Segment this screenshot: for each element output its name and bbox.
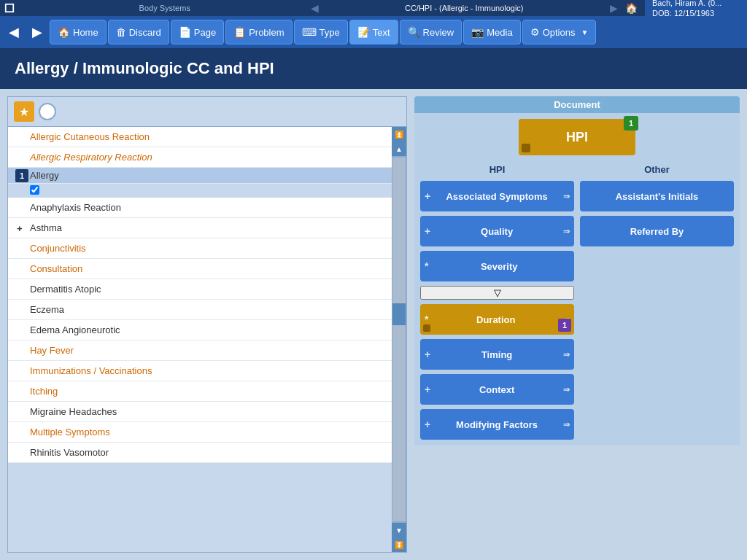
top-tab-body-systems-label: Body Systems (139, 4, 190, 12)
page-title-bar: Allergy / Immunologic CC and HPI (0, 48, 747, 89)
list-item[interactable]: Immunizations / Vaccinations (8, 361, 392, 381)
list-item[interactable]: Hay Fever (8, 341, 392, 361)
context-expand-icon: ⇒ (563, 385, 570, 394)
review-label: Review (423, 27, 454, 38)
list-container: Allergic Cutaneous Reaction Allergic Res… (8, 127, 406, 552)
list-item-wrapper: Immunizations / Vaccinations (8, 361, 392, 381)
hpi-card[interactable]: HPI 1 (519, 119, 635, 155)
list-item[interactable]: Consultation (8, 259, 392, 279)
list-item[interactable]: + Asthma (8, 218, 392, 238)
list-item[interactable]: Edema Angioneurotic (8, 320, 392, 341)
allergy-checkbox[interactable] (30, 185, 39, 195)
assoc-expand-icon: ⇒ (563, 192, 570, 201)
modifying-factors-btn[interactable]: + Modifying Factors ⇒ (420, 409, 574, 440)
discard-button[interactable]: 🗑 Discard (108, 20, 169, 44)
options-dropdown-arrow: ▼ (581, 28, 588, 36)
list-item[interactable]: Anaphylaxis Reaction (8, 198, 392, 218)
window-icon (0, 0, 19, 16)
problem-button[interactable]: 📋 Problem (225, 20, 292, 44)
list-item[interactable]: Rhinitis Vasomotor (8, 443, 392, 463)
user-info-block: Bach, Hiram A. (0... DOB: 12/15/1963 (645, 0, 747, 16)
duration-btn[interactable]: * Duration ⇒ 1 (420, 304, 574, 335)
scroll-bottom-button[interactable]: ▼ (392, 523, 406, 537)
media-button[interactable]: 📷 Media (463, 20, 520, 44)
page-title: Allergy / Immunologic CC and HPI (15, 59, 274, 78)
list-item[interactable]: Itching (8, 381, 392, 402)
list-item-wrapper: Hay Fever (8, 341, 392, 361)
media-label: Media (487, 27, 512, 38)
dob-value: 12/15/1963 (674, 9, 714, 18)
hpi-card-badge: 1 (624, 116, 638, 131)
top-bar: Body Systems ◀ CC/HPI - (Allergic - Immu… (0, 0, 747, 16)
nav-back-button[interactable]: ◀ (3, 21, 25, 43)
text-button[interactable]: 📝 Text (349, 20, 398, 44)
star-button[interactable]: ★ (14, 101, 34, 122)
assistants-initials-btn[interactable]: Assistant's Initials (580, 181, 734, 211)
problem-icon: 📋 (233, 26, 246, 38)
timing-btn-label: Timing (430, 349, 563, 360)
list-item-text: Itching (30, 386, 58, 397)
document-header-label: Document (554, 99, 600, 110)
scroll-thumb (392, 303, 406, 325)
quality-expand-icon: ⇒ (563, 227, 570, 236)
modifying-btn-label: Modifying Factors (430, 419, 563, 430)
options-button[interactable]: ⚙ Options ▼ (522, 20, 597, 44)
timing-btn[interactable]: + Timing ⇒ (420, 339, 574, 370)
document-panel: HPI 1 HPI + Associated Symptoms ⇒ (414, 113, 740, 446)
plus-icon: + (17, 223, 23, 234)
quality-plus-icon: + (425, 225, 430, 237)
context-btn[interactable]: + Context ⇒ (420, 374, 574, 405)
hpi-card-container: HPI 1 (420, 119, 734, 155)
tab-separator-right: ▶ (610, 2, 618, 14)
list-item-wrapper: Eczema (8, 300, 392, 320)
list-item-text: Migraine Headaches (30, 406, 117, 417)
list-items: Allergic Cutaneous Reaction Allergic Res… (8, 127, 392, 552)
page-button[interactable]: 📄 Page (171, 20, 224, 44)
associated-symptoms-btn[interactable]: + Associated Symptoms ⇒ (420, 181, 574, 211)
allergy-checkbox-row (8, 184, 392, 198)
top-tab-cc-hpi[interactable]: CC/HPI - (Allergic - Immunologic) (319, 4, 611, 12)
scroll-bottom-bottom-button[interactable]: ⏬ (392, 537, 406, 552)
hpi-column: HPI + Associated Symptoms ⇒ + Quality ⇒ (420, 163, 574, 440)
quality-btn[interactable]: + Quality ⇒ (420, 216, 574, 246)
allergy-text: Allergy (30, 170, 59, 181)
list-item[interactable]: Allergic Cutaneous Reaction (8, 127, 392, 147)
list-item-text: Asthma (30, 222, 62, 233)
referred-by-btn[interactable]: Referred By (580, 216, 734, 246)
list-scrollbar: ⏫ ▲ ▼ ⏬ (392, 127, 406, 552)
list-item-wrapper: Conjunctivitis (8, 238, 392, 259)
assoc-plus-icon: + (425, 190, 430, 202)
review-button[interactable]: 🔍 Review (400, 20, 462, 44)
doc-columns: HPI + Associated Symptoms ⇒ + Quality ⇒ (420, 163, 734, 440)
list-item-text: Consultation (30, 263, 82, 274)
timing-expand-icon: ⇒ (563, 350, 570, 359)
top-tabs: Body Systems ◀ CC/HPI - (Allergic - Immu… (19, 0, 645, 16)
list-item-text: Immunizations / Vaccinations (30, 365, 152, 376)
list-item[interactable]: Multiple Symptoms (8, 422, 392, 443)
severity-expand-button[interactable]: ▽ (420, 286, 574, 300)
list-item-wrapper: Edema Angioneurotic (8, 320, 392, 341)
list-item-text: Rhinitis Vasomotor (30, 447, 109, 458)
list-item-text: Allergic Cutaneous Reaction (30, 131, 150, 142)
scroll-track (392, 158, 406, 521)
scroll-top-top-button[interactable]: ⏫ (392, 127, 406, 141)
list-item-text: Hay Fever (30, 345, 74, 356)
allergy-selected-item[interactable]: 1 Allergy (8, 168, 392, 184)
list-item[interactable]: Migraine Headaches (8, 402, 392, 422)
list-item[interactable]: Allergic Respiratory Reaction (8, 147, 392, 168)
list-item[interactable]: Conjunctivitis (8, 238, 392, 259)
list-item[interactable]: Dermatitis Atopic (8, 279, 392, 300)
other-column-header: Other (580, 163, 734, 176)
scroll-top-button[interactable]: ▲ (392, 141, 406, 156)
circle-button[interactable] (39, 103, 56, 120)
left-panel: ★ Allergic Cutaneous Reaction Allergic R… (7, 96, 407, 553)
nav-forward-button[interactable]: ▶ (26, 21, 48, 43)
severity-btn[interactable]: * Severity (420, 251, 574, 281)
top-tab-body-systems[interactable]: Body Systems (19, 4, 311, 12)
hpi-card-label: HPI (566, 130, 588, 145)
top-home-icon[interactable]: 🏠 (618, 2, 645, 14)
home-button[interactable]: 🏠 Home (50, 20, 107, 44)
dob-label: DOB: (652, 9, 672, 18)
type-button[interactable]: ⌨ Type (294, 20, 348, 44)
list-item[interactable]: Eczema (8, 300, 392, 320)
